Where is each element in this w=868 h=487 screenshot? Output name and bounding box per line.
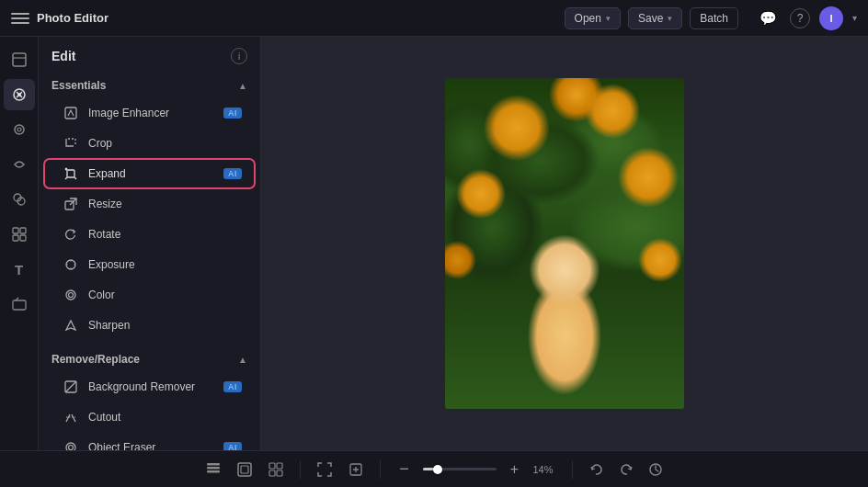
svg-rect-12 — [13, 235, 18, 241]
sidebar-item-color[interactable]: Color — [44, 280, 255, 310]
svg-point-5 — [17, 93, 21, 96]
redo-btn[interactable] — [613, 457, 639, 482]
zoom-out-btn[interactable]: − — [392, 457, 417, 482]
toolbar-separator-3 — [572, 460, 573, 479]
section-essentials-chevron: ▲ — [238, 81, 247, 91]
section-essentials-header[interactable]: Essentials ▲ — [39, 72, 260, 97]
toolbar-separator-1 — [300, 460, 301, 479]
icon-bar-view[interactable] — [4, 114, 35, 145]
icon-bar-text[interactable]: T — [4, 254, 35, 285]
sidebar-item-cutout-label: Cutout — [88, 411, 242, 424]
expand-icon — [63, 165, 79, 182]
actual-size-btn[interactable] — [343, 457, 369, 482]
open-button[interactable]: Open ▾ — [565, 7, 621, 29]
sidebar-item-color-label: Color — [88, 289, 242, 301]
svg-point-29 — [66, 443, 75, 450]
icon-bar-edit[interactable] — [4, 79, 35, 110]
sidebar-item-cutout[interactable]: Cutout — [44, 402, 255, 432]
grid-tool-btn[interactable] — [263, 457, 289, 482]
chat-icon[interactable]: 💬 — [755, 6, 781, 31]
sidebar-item-resize[interactable]: Resize — [44, 189, 255, 219]
open-chevron-icon: ▾ — [606, 14, 611, 23]
icon-bar-gallery[interactable] — [4, 219, 35, 250]
avatar[interactable]: I — [819, 6, 843, 30]
object-eraser-ai-badge: AI — [223, 442, 242, 450]
frames-tool-btn[interactable] — [232, 457, 257, 482]
sidebar-item-background-remover-label: Background Remover — [88, 380, 214, 393]
fit-screen-btn[interactable] — [312, 457, 337, 482]
history-btn[interactable] — [643, 457, 668, 482]
svg-rect-37 — [238, 463, 251, 476]
expand-ai-badge: AI — [223, 168, 242, 179]
svg-rect-11 — [20, 228, 26, 233]
svg-rect-39 — [269, 463, 275, 469]
svg-rect-42 — [277, 470, 282, 476]
sidebar-item-object-eraser[interactable]: Object Eraser AI — [44, 433, 255, 450]
avatar-chevron-icon[interactable]: ▾ — [852, 13, 857, 23]
svg-rect-35 — [207, 470, 220, 473]
sidebar-item-image-enhancer-label: Image Enhancer — [88, 107, 214, 119]
svg-rect-38 — [241, 466, 248, 473]
help-icon[interactable]: ? — [790, 8, 810, 28]
image-enhancer-ai-badge: AI — [223, 108, 242, 119]
sidebar-title: Edit — [51, 49, 75, 63]
sidebar-item-background-remover[interactable]: Background Remover AI — [44, 372, 255, 402]
svg-rect-14 — [13, 300, 26, 310]
icon-bar-layers[interactable] — [4, 44, 35, 75]
cutout-icon — [63, 409, 79, 425]
sidebar-item-sharpen[interactable]: Sharpen — [44, 311, 255, 340]
zoom-in-btn[interactable]: + — [502, 457, 528, 482]
toolbar-right-group — [584, 457, 668, 482]
canvas-area — [261, 37, 868, 450]
save-button[interactable]: Save ▾ — [628, 7, 682, 29]
svg-rect-0 — [13, 53, 26, 66]
sidebar-item-expand-label: Expand — [88, 167, 214, 180]
zoom-slider-thumb — [433, 465, 442, 474]
header: Photo Editor Open ▾ Save ▾ Batch 💬 ? I ▾ — [0, 0, 868, 37]
svg-point-6 — [15, 125, 24, 134]
svg-rect-13 — [20, 235, 26, 241]
svg-rect-34 — [207, 467, 220, 470]
sidebar-item-expand[interactable]: Expand AI — [44, 159, 255, 188]
crop-icon — [63, 135, 79, 152]
toolbar-left-group — [200, 457, 289, 482]
sidebar-item-image-enhancer[interactable]: Image Enhancer AI — [44, 98, 255, 128]
svg-rect-10 — [13, 228, 18, 233]
icon-bar: T — [0, 37, 39, 450]
background-remover-icon — [63, 379, 79, 395]
section-remove-replace-header[interactable]: Remove/Replace ▲ — [39, 345, 260, 371]
zoom-slider[interactable] — [423, 468, 497, 470]
menu-icon[interactable] — [11, 9, 29, 28]
svg-rect-36 — [207, 463, 220, 466]
canvas-image-container — [445, 78, 684, 409]
sidebar-item-crop-label: Crop — [88, 137, 242, 150]
icon-bar-effects[interactable] — [4, 149, 35, 180]
sidebar-item-sharpen-label: Sharpen — [88, 319, 242, 332]
sharpen-icon — [63, 317, 79, 334]
batch-button[interactable]: Batch — [690, 7, 738, 29]
svg-point-25 — [69, 293, 74, 298]
color-icon — [63, 287, 79, 303]
svg-point-30 — [69, 446, 74, 450]
canvas-image[interactable] — [445, 78, 684, 409]
toolbar-fit-group — [312, 457, 369, 482]
layers-tool-btn[interactable] — [200, 457, 226, 482]
svg-line-27 — [65, 381, 76, 392]
sidebar-item-resize-label: Resize — [88, 198, 242, 210]
zoom-controls: − + 14% — [392, 457, 561, 482]
zoom-percent-label: 14% — [533, 464, 561, 475]
svg-point-7 — [17, 128, 21, 131]
undo-btn[interactable] — [584, 457, 610, 482]
sidebar-info-icon[interactable]: i — [231, 48, 247, 64]
sidebar-item-exposure[interactable]: Exposure — [44, 250, 255, 279]
toolbar-separator-2 — [380, 460, 381, 479]
section-remove-replace-label: Remove/Replace — [51, 353, 140, 366]
sidebar: Edit i Essentials ▲ Image Enhancer AI Cr… — [39, 37, 261, 450]
bottom-toolbar: − + 14% — [0, 450, 868, 487]
svg-point-24 — [66, 290, 75, 300]
icon-bar-shapes[interactable] — [4, 289, 35, 320]
image-enhancer-icon — [63, 105, 79, 121]
icon-bar-color[interactable] — [4, 184, 35, 215]
sidebar-item-rotate[interactable]: Rotate — [44, 220, 255, 249]
sidebar-item-crop[interactable]: Crop — [44, 129, 255, 158]
